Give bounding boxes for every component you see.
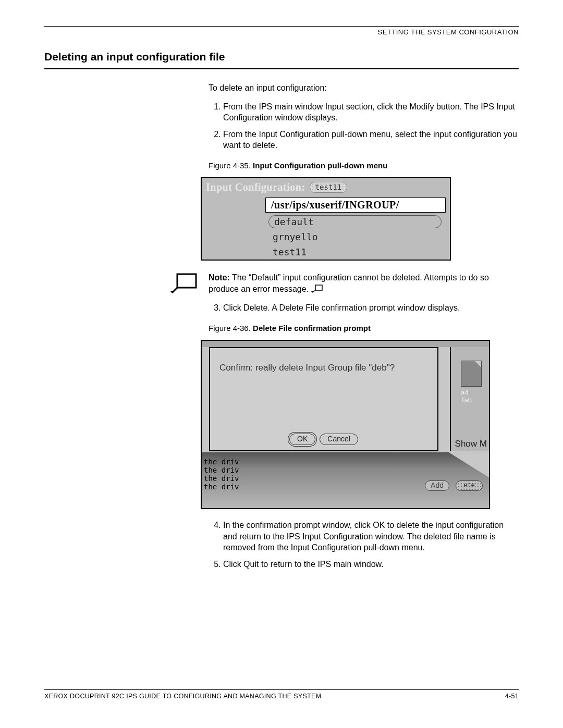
caption-prefix: Figure 4-36. <box>209 324 253 332</box>
steps-list-c: In the confirmation prompt window, click… <box>209 520 519 570</box>
menu-option[interactable]: default <box>268 215 442 228</box>
paper-label: a4Tab <box>461 389 482 404</box>
show-button-fragment[interactable]: Show M <box>455 439 487 449</box>
delete-confirmation-figure: a4Tab Show M Confirm: really delete Inpu… <box>201 340 490 509</box>
pulldown-menu: /usr/ips/xuserif/INGROUP/ default grnyel… <box>265 198 446 260</box>
input-config-selected-chip[interactable]: test11 <box>310 182 348 193</box>
intro-text: To delete an input configuration: <box>209 82 519 94</box>
step-item: Click Delete. A Delete File confirmation… <box>223 302 519 314</box>
note-text: Note: The “Default” input configuration … <box>209 272 519 297</box>
end-note-icon <box>311 285 323 293</box>
note-label: Note: <box>209 273 230 282</box>
cancel-button[interactable]: Cancel <box>320 434 358 445</box>
input-config-label: Input Configuration: <box>206 181 305 193</box>
figure-caption: Figure 4-35. Input Configuration pull-do… <box>209 161 519 171</box>
paper-icon <box>461 361 482 387</box>
input-config-pulldown-figure: Input Configuration: test11 /usr/ips/xus… <box>201 177 451 261</box>
add-button[interactable]: Add <box>425 480 449 491</box>
confirm-message: Confirm: really delete Input Group file … <box>210 348 437 373</box>
menu-path-header: /usr/ips/xuserif/INGROUP/ <box>265 198 446 213</box>
running-header: SETTING THE SYSTEM CONFIGURATION <box>44 28 519 36</box>
step-item: From the Input Configuration pull-down m… <box>223 129 519 151</box>
step-item: From the IPS main window Input section, … <box>223 101 519 124</box>
caption-title: Delete File confirmation prompt <box>253 324 371 332</box>
figure-caption: Figure 4-36. Delete File confirmation pr… <box>209 323 519 334</box>
footer-left: XEROX DOCUPRINT 92C IPS GUIDE TO CONFIGU… <box>44 693 321 700</box>
background-text: the driv the driv the driv the driv <box>204 458 239 491</box>
step-item: Click Quit to return to the IPS main win… <box>223 559 519 570</box>
note-body: The “Default” input configuration cannot… <box>209 273 489 293</box>
caption-title: Input Configuration pull-down menu <box>253 161 387 170</box>
step-item: In the confirmation prompt window, click… <box>223 520 519 553</box>
ok-button[interactable]: OK <box>289 434 315 445</box>
menu-option[interactable]: grnyello <box>265 229 446 244</box>
confirm-dialog: Confirm: really delete Input Group file … <box>209 347 438 451</box>
note-icon <box>169 272 198 297</box>
delete-button-fragment[interactable]: ete <box>456 480 483 491</box>
svg-rect-0 <box>177 274 196 288</box>
page-number: 4-51 <box>505 693 519 700</box>
caption-prefix: Figure 4-35. <box>209 161 253 170</box>
steps-list-b: Click Delete. A Delete File confirmation… <box>209 302 519 314</box>
steps-list-a: From the IPS main window Input section, … <box>209 101 519 151</box>
menu-option[interactable]: test11 <box>265 244 446 260</box>
section-title: Deleting an input configuration file <box>44 51 519 63</box>
svg-rect-1 <box>315 285 322 290</box>
